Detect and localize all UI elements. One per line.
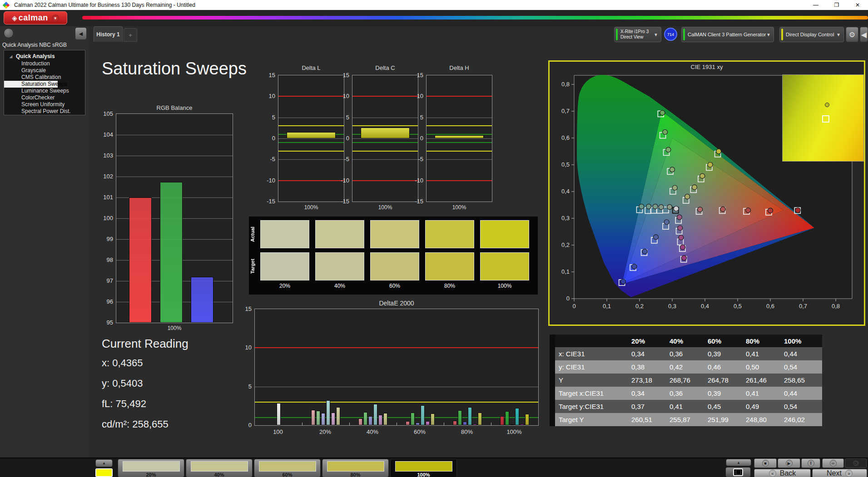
pattern-button-40%[interactable]: 40% [186,459,253,477]
step-button[interactable]: ‖ [801,458,820,468]
delta_h-chart [426,75,492,202]
deltae-bar [277,403,281,425]
header-bar: ◈ calman ▾ [0,10,868,26]
table-row: Target x:CIE310,340,360,390,410,44 [555,387,822,400]
back-button[interactable]: « Back [754,469,811,477]
table-header-row: 20%40%60%80%100% [555,334,822,347]
sidebar-item-saturation-sweeps[interactable]: Saturation Sweeps [4,81,58,88]
display-label: Direct Display Control [786,32,834,37]
chevron-double-right-icon: » [845,470,853,477]
table-row-label: Target x:CIE31 [555,389,631,397]
rgb-balance-chart [116,113,233,323]
pattern-button-100%[interactable]: 100% [390,459,457,477]
next-button[interactable]: Next » [812,469,867,477]
table-cell: 0,42 [670,363,708,371]
measured-point [646,204,651,209]
step-icon: ‖ [808,460,814,467]
limit-line [278,151,344,152]
table-row-label: x: CIE31 [555,350,631,358]
target-row-label: Target [250,252,257,280]
current-pattern-swatch[interactable] [95,468,113,477]
delta_c-ytick: -10 [331,177,349,183]
pattern-label: 60% [254,472,320,477]
table-cell: 0,41 [746,389,784,397]
current-reading-title: Current Reading [102,337,188,351]
sidebar-item-grayscale[interactable]: Grayscale [4,67,85,74]
actual-swatch-100% [480,220,529,248]
calman-menu-button[interactable]: ◈ calman ▾ [4,11,67,25]
chevron-down-icon: ▼ [766,32,771,37]
deltae-bar [478,413,482,425]
tree-expander-icon[interactable]: ◢ [10,54,12,59]
source-status-indicator [683,29,685,40]
table-cell: 0,44 [784,389,822,397]
panel-collapse-button[interactable]: ◀ [860,27,868,42]
pattern-button-60%[interactable]: 60% [254,459,321,477]
delta_l-ytick: 15 [257,72,275,79]
svg-text:0,6: 0,6 [766,303,774,310]
transport-expand-button[interactable]: ▲ [726,459,751,466]
minimize-button[interactable]: — [805,0,826,10]
close-button[interactable]: ✕ [847,0,868,10]
add-tab-button[interactable]: + [124,28,137,42]
delta_c-title: Delta C [352,64,418,71]
delta_c-ytick: 10 [331,93,349,99]
gridline [116,135,233,135]
sidebar-item-spectral-power-dist-[interactable]: Spectral Power Dist. [4,108,85,115]
sidebar-collapse-button[interactable]: ◀ [75,28,86,39]
limit-line [427,142,492,143]
svg-text:0,8: 0,8 [832,303,840,310]
svg-text:0: 0 [566,295,570,302]
sidebar-dot-button[interactable] [4,28,14,38]
sync-button[interactable]: ⟳ [845,458,867,468]
loop-button[interactable]: ∞ [822,458,844,468]
chevron-down-icon: ▼ [654,32,658,37]
deltae-bar [331,413,335,425]
pattern-label: 100% [391,472,456,477]
pattern-window-expand-button[interactable]: ▲ [95,459,113,467]
play-button[interactable]: ▶ [778,458,800,468]
delta_l-ytick: 10 [257,93,275,99]
svg-text:0,4: 0,4 [561,188,570,195]
target-swatch-100% [480,252,529,280]
stop-button[interactable]: ■ [754,458,777,468]
sidebar-item-luminance-sweeps[interactable]: Luminance Sweeps [4,88,85,94]
table-cell: 0,36 [670,350,708,358]
delta_h-ytick: 15 [405,72,423,79]
deltae-bar [363,412,367,425]
settings-button[interactable]: ⚙ [846,27,858,42]
source-dropdown[interactable]: CalMAN Client 3 Pattern Generator ▼ [681,27,774,42]
table-cell: 0,39 [708,389,746,397]
current-reading-block: Current Reading x: 0,4365y: 0,5403fL: 75… [102,337,188,439]
meter-count-badge[interactable]: 714 [664,28,677,41]
sidebar-item-screen-uniformity[interactable]: Screen Uniformity [4,101,85,108]
display-control-dropdown[interactable]: Direct Display Control ▼ [779,27,844,42]
table-cell: 255,87 [670,416,708,423]
pattern-patch [327,461,384,472]
saturation-swatch-panel: ActualTarget20%40%60%80%100% [249,216,538,295]
restore-button[interactable]: ❐ [826,0,847,10]
calman-diamond-icon: ◈ [12,14,17,22]
sidebar-item-introduction[interactable]: Introduction [4,60,85,67]
deltae-bar [421,405,425,425]
tab-history-1[interactable]: History 1 [94,26,123,42]
measured-point [700,173,705,178]
tree-root-quick-analysis[interactable]: ◢ Quick Analysis [4,53,85,60]
current-reading-line: x: 0,4365 [102,357,188,369]
source-label: CalMAN Client 3 Pattern Generator [688,32,766,37]
pattern-button-80%[interactable]: 80% [322,459,389,477]
svg-text:0,2: 0,2 [561,241,570,248]
sidebar-item-colorchecker[interactable]: ColorChecker [4,94,85,101]
svg-text:0,1: 0,1 [603,303,611,310]
delta_l-xlabel: 100% [278,204,344,211]
pattern-stop-button[interactable] [725,467,751,477]
measured-point [768,208,773,213]
sidebar-item-cms-calibration[interactable]: CMS Calibration [4,74,85,81]
measured-point [678,226,683,231]
rgb-ytick: 96 [93,298,113,305]
limit-line [427,134,492,135]
pattern-button-20%[interactable]: 20% [118,459,184,477]
meter-dropdown[interactable]: X-Rite i1Pro 3 Direct View ▼ [614,27,661,42]
table-column-header: 60% [708,337,746,345]
workflow-sidebar: ◀ Quick Analysis NBC sRGB ◢ Quick Analys… [0,26,89,477]
